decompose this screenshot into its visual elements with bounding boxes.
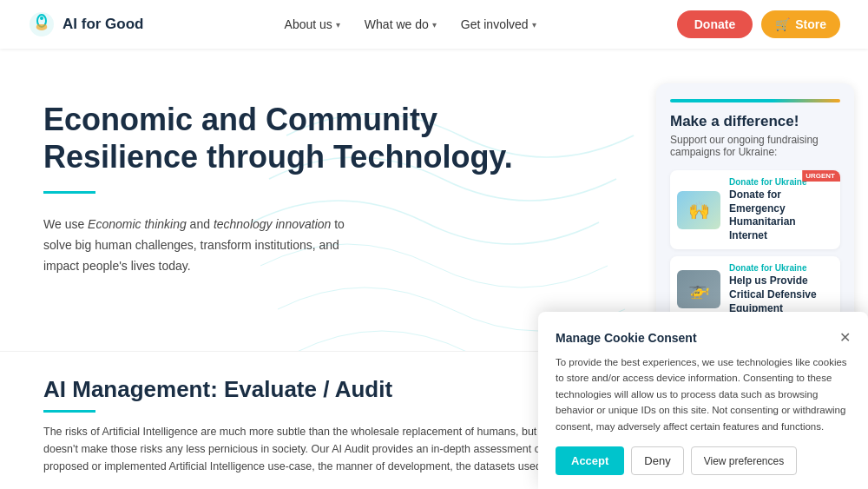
cookie-deny-button[interactable]: Deny — [631, 446, 683, 475]
chevron-down-icon: ▾ — [432, 20, 437, 30]
urgent-badge: URGENT — [802, 170, 840, 182]
nav-get-involved[interactable]: Get involved ▾ — [461, 17, 536, 31]
chevron-down-icon: ▾ — [336, 20, 340, 30]
logo[interactable]: AI for Good — [28, 10, 143, 38]
store-icon: 🛒 — [775, 17, 790, 31]
nav-about[interactable]: About us ▾ — [285, 17, 340, 31]
nav-actions: Donate 🛒 Store — [677, 10, 840, 38]
donation-name-2: Help us Provide Critical Defensive Equip… — [729, 274, 833, 315]
donation-item-1[interactable]: 🙌 Donate for Ukraine Donate for Emergenc… — [670, 170, 840, 249]
svg-point-2 — [40, 17, 43, 20]
donation-name-1: Donate for Emergency Humanitarian Intern… — [729, 188, 833, 242]
equipment-icon: 🚁 — [688, 279, 710, 300]
cookie-actions: Accept Deny View preferences — [556, 446, 851, 475]
section2-text: The risks of Artificial Intelligence are… — [43, 423, 582, 475]
cookie-header: Manage Cookie Consent ✕ — [556, 329, 851, 346]
cookie-preferences-button[interactable]: View preferences — [691, 446, 798, 475]
donation-info-1: Donate for Ukraine Donate for Emergency … — [729, 177, 833, 242]
cookie-close-button[interactable]: ✕ — [839, 329, 851, 346]
cookie-title: Manage Cookie Consent — [556, 331, 697, 345]
nav-links: About us ▾ What we do ▾ Get involved ▾ — [285, 17, 536, 31]
section2-underline — [43, 410, 95, 413]
hero-title: Economic and Community Resilience throug… — [43, 101, 599, 175]
store-button[interactable]: 🛒 Store — [761, 10, 840, 38]
donate-button[interactable]: Donate — [677, 10, 753, 38]
cookie-text: To provide the best experiences, we use … — [556, 354, 851, 434]
hero-description: We use Economic thinking and technology … — [43, 215, 373, 276]
hands-icon: 🙌 — [688, 200, 710, 221]
chevron-down-icon: ▾ — [532, 20, 536, 30]
section2-title: AI Management: Evaluate / Audit — [43, 376, 599, 403]
navigation: AI for Good About us ▾ What we do ▾ Get … — [0, 0, 868, 49]
main-content: Economic and Community Resilience throug… — [0, 49, 868, 489]
card-title: Make a difference! — [670, 113, 840, 130]
donation-thumb-1: 🙌 — [677, 191, 720, 229]
cookie-accept-button[interactable]: Accept — [556, 446, 624, 475]
logo-text: AI for Good — [62, 16, 143, 33]
donation-info-2: Donate for Ukraine Help us Provide Criti… — [729, 263, 833, 315]
donation-tag-2: Donate for Ukraine — [729, 263, 833, 273]
card-accent — [670, 99, 840, 102]
logo-icon — [28, 10, 56, 38]
card-subtitle: Support our ongoing fundraising campaign… — [670, 134, 840, 158]
hero-underline — [43, 191, 95, 194]
cookie-consent-modal: Manage Cookie Consent ✕ To provide the b… — [538, 312, 868, 489]
donation-thumb-2: 🚁 — [677, 270, 720, 308]
nav-what-we-do[interactable]: What we do ▾ — [365, 17, 437, 31]
